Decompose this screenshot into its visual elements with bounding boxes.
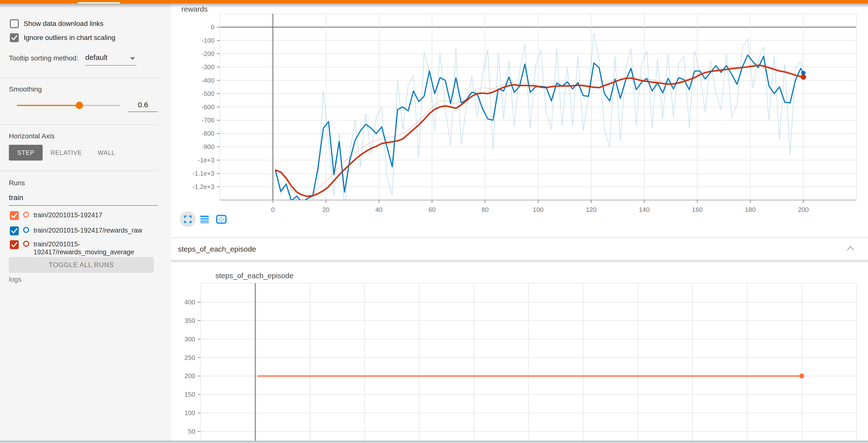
svg-text:-200: -200 — [202, 50, 214, 57]
svg-text:-1.2e+3: -1.2e+3 — [192, 183, 214, 190]
horizontal-axis-button-group: STEP RELATIVE WALL — [9, 145, 123, 160]
smoothing-slider-fill — [17, 105, 80, 106]
check-icon — [10, 240, 19, 249]
svg-text:200: 200 — [798, 206, 809, 213]
section-title: steps_of_each_episode — [178, 245, 256, 253]
smoothing-slider[interactable] — [17, 105, 120, 106]
svg-text:-900: -900 — [202, 143, 214, 150]
active-tab-indicator — [78, 2, 120, 3]
run-checkbox-2[interactable] — [10, 240, 19, 249]
run-checkbox-0[interactable] — [10, 211, 19, 220]
smoothing-slider-thumb[interactable] — [76, 101, 83, 109]
svg-text:-500: -500 — [202, 90, 214, 97]
ignore-outliers-checkbox[interactable] — [10, 33, 19, 42]
toggle-all-runs-button[interactable]: TOGGLE ALL RUNS — [9, 257, 154, 273]
divider — [0, 78, 158, 78]
svg-text:-600: -600 — [202, 104, 214, 111]
steps-chart[interactable]: 40035030025020015010050 — [171, 262, 868, 443]
svg-text:0: 0 — [271, 206, 275, 213]
dropdown-underline — [85, 65, 136, 66]
svg-text:-1.1e+3: -1.1e+3 — [192, 170, 214, 177]
tooltip-sorting-row: Tooltip sorting method: default — [9, 54, 79, 64]
run-label-0: train/20201015-192417 — [33, 211, 157, 219]
tooltip-sorting-value: default — [85, 53, 107, 61]
run-label-2: train/20201015-192417/rewards_moving_ave… — [33, 240, 157, 256]
run-row-0[interactable]: train/20201015-192417 — [10, 211, 157, 220]
runs-filter-input[interactable] — [9, 194, 158, 202]
chevron-up-icon[interactable] — [846, 245, 855, 251]
svg-text:-800: -800 — [202, 130, 214, 137]
axis-step-button[interactable]: STEP — [9, 145, 43, 160]
svg-text:-1e+3: -1e+3 — [198, 156, 214, 164]
chart-toolbar — [180, 211, 230, 227]
svg-text:40: 40 — [375, 206, 382, 213]
rewards-chart[interactable]: 0204060801001201401601802000-100-200-300… — [171, 7, 868, 238]
svg-text:160: 160 — [692, 206, 703, 213]
check-icon — [10, 211, 19, 220]
smoothing-value-underline — [128, 112, 158, 112]
axis-wall-button[interactable]: WALL — [90, 145, 123, 160]
svg-text:0: 0 — [211, 24, 214, 31]
divider — [0, 171, 158, 171]
run-row-2[interactable]: train/20201015-192417/rewards_moving_ave… — [10, 240, 157, 256]
horizontal-scrollbar[interactable] — [0, 441, 868, 443]
run-label-1: train/20201015-192417/rewards_raw — [33, 227, 157, 234]
svg-text:300: 300 — [185, 335, 195, 343]
svg-text:120: 120 — [586, 206, 596, 213]
section-divider — [171, 260, 868, 262]
runs-filter-underline — [9, 205, 158, 206]
smoothing-value-input[interactable] — [128, 101, 158, 109]
horizontal-axis-label: Horizontal Axis — [9, 132, 55, 140]
svg-text:400: 400 — [185, 298, 195, 306]
smoothing-value-box — [128, 101, 158, 109]
runs-filter-box — [9, 194, 158, 202]
svg-text:-300: -300 — [202, 63, 214, 71]
axis-relative-button[interactable]: RELATIVE — [43, 145, 90, 160]
show-download-links-label: Show data download links — [24, 20, 103, 28]
run-color-swatch-1[interactable] — [23, 227, 29, 233]
main-content: rewards 0204060801001201401601802000-100… — [171, 3, 868, 443]
svg-text:200: 200 — [185, 372, 195, 380]
svg-text:80: 80 — [482, 206, 489, 213]
svg-text:60: 60 — [429, 206, 436, 213]
svg-text:250: 250 — [185, 354, 195, 361]
smoothing-label: Smoothing — [9, 85, 42, 93]
section-header-steps-of-each-episode[interactable]: steps_of_each_episode — [171, 238, 868, 260]
svg-text:100: 100 — [533, 206, 544, 213]
tensorboard-window: Show data download links Ignore outliers… — [0, 0, 868, 443]
run-checkbox-1[interactable] — [10, 227, 19, 235]
divider — [0, 124, 158, 125]
svg-text:-400: -400 — [202, 77, 214, 84]
fit-domain-icon[interactable] — [213, 211, 229, 227]
svg-text:-700: -700 — [202, 116, 214, 124]
runs-label: Runs — [9, 179, 25, 187]
svg-text:350: 350 — [185, 317, 195, 324]
svg-text:180: 180 — [745, 206, 755, 213]
tooltip-sorting-label: Tooltip sorting method: — [9, 54, 79, 62]
expand-card-icon[interactable] — [180, 211, 196, 227]
run-color-swatch-2[interactable] — [23, 241, 29, 247]
run-color-swatch-0[interactable] — [23, 212, 29, 217]
ignore-outliers-row[interactable]: Ignore outliers in chart scaling — [10, 33, 115, 42]
svg-text:140: 140 — [639, 206, 649, 213]
run-row-1[interactable]: train/20201015-192417/rewards_raw — [10, 227, 157, 235]
data-table-icon[interactable] — [197, 211, 212, 227]
show-download-links-row[interactable]: Show data download links — [10, 19, 103, 28]
svg-text:50: 50 — [188, 428, 195, 435]
settings-sidebar: Show data download links Ignore outliers… — [0, 3, 171, 443]
top-navbar[interactable] — [0, 0, 868, 3]
chevron-down-icon — [130, 57, 135, 60]
svg-text:-100: -100 — [202, 37, 214, 44]
svg-text:100: 100 — [185, 409, 195, 417]
logdir-label: logs — [9, 275, 22, 284]
svg-text:150: 150 — [185, 391, 195, 398]
check-icon — [10, 227, 19, 235]
ignore-outliers-label: Ignore outliers in chart scaling — [24, 34, 115, 42]
tooltip-sorting-dropdown[interactable]: default — [85, 53, 136, 65]
svg-text:20: 20 — [322, 206, 330, 213]
check-icon — [10, 33, 19, 42]
steps-chart-card: steps_of_each_episode 400350300250200150… — [171, 262, 868, 443]
show-download-links-checkbox[interactable] — [10, 19, 19, 28]
